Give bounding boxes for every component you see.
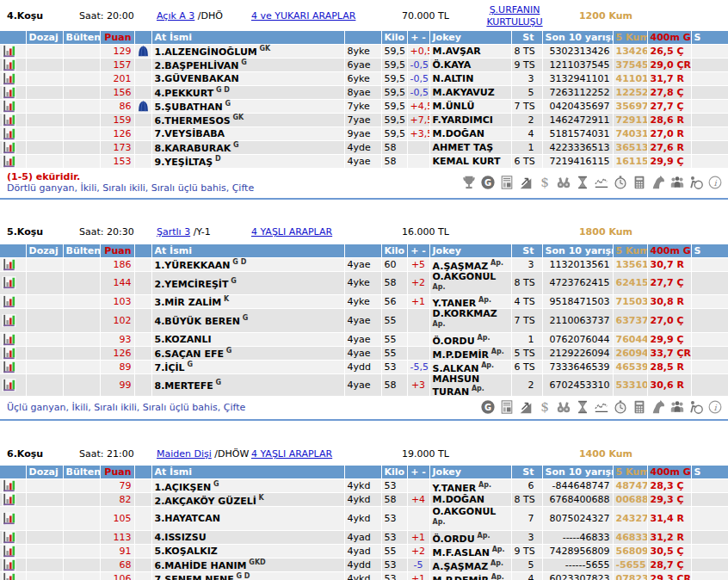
form-graph-icon[interactable]: [2, 141, 16, 154]
chart-icon[interactable]: [594, 175, 609, 190]
jockey-name-text: M.AKYAVUZ: [433, 87, 495, 98]
start-box: 1: [511, 332, 542, 346]
track-condition-link[interactable]: Maiden Dişi: [157, 448, 212, 460]
jockey-apprentice-sup: Ap.: [476, 481, 491, 489]
info-icon[interactable]: [707, 175, 723, 190]
horse-age: 4ydd: [344, 558, 381, 572]
calculator-icon[interactable]: [632, 175, 647, 190]
form-graph-icon[interactable]: [2, 314, 16, 327]
horse-icon[interactable]: [651, 399, 666, 415]
bulten-cell: [63, 332, 100, 346]
form-graph-icon[interactable]: [2, 493, 16, 506]
race-header: 4.KoşuSaat: 20:00Açık A 3 /DHÖ4 ve YUKAR…: [0, 0, 728, 31]
sponsor-link[interactable]: Ş.URFANIN KURTULUŞU: [486, 4, 542, 28]
start-box: 6: [511, 479, 542, 493]
horse-row: 1067.SENEM NENE G D4ykd53+1M.P.DEMİR Ap.…: [0, 572, 728, 580]
crowd-icon[interactable]: [669, 175, 685, 190]
hourglass-icon[interactable]: [575, 399, 590, 415]
footer-text: (1-5) eküridir.Dörtlü ganyan, İkili, Sır…: [7, 171, 254, 194]
form-graph-icon[interactable]: [2, 512, 16, 525]
form-graph-icon[interactable]: [2, 531, 16, 544]
horse-name: 9.YEŞİLTAŞ D: [151, 154, 344, 168]
form-graph-icon[interactable]: [2, 558, 16, 571]
binoculars-icon[interactable]: [556, 399, 571, 415]
track-condition-link[interactable]: Açık A 3: [157, 10, 194, 22]
bulten-cell: [63, 271, 100, 295]
column-header-son10: Son 10 yarışı: [542, 244, 613, 258]
g400-time: 33,7 ÇR: [647, 346, 691, 360]
weight: 58: [381, 271, 407, 295]
ganyan-icon[interactable]: [480, 175, 496, 190]
stopwatch-icon[interactable]: [613, 175, 628, 190]
horse-icon[interactable]: [651, 175, 666, 190]
weight: 59,5: [381, 113, 407, 126]
start-box: 2: [511, 373, 542, 396]
form-graph-icon[interactable]: [2, 479, 16, 492]
bulletin-icon[interactable]: [499, 175, 515, 190]
horse-name-sup: D: [213, 155, 220, 163]
hourglass-icon[interactable]: [575, 175, 590, 190]
kum5-score: 07823: [613, 572, 647, 580]
kum5-score: 36513: [613, 140, 647, 154]
jockey-icon[interactable]: [688, 399, 704, 415]
form-graph-cell: [0, 531, 26, 545]
money-icon[interactable]: [537, 399, 552, 415]
kum5-score: 46833: [613, 531, 647, 545]
form-graph-icon[interactable]: [2, 545, 16, 558]
jockey-name: M.F.ASLAN Ap.: [429, 545, 511, 558]
form-graph-icon[interactable]: [2, 295, 16, 308]
form-graph-cell: [0, 332, 26, 346]
form-graph-icon[interactable]: [2, 72, 16, 85]
race-class-link[interactable]: 4 ve YUKARI ARAPLAR: [251, 10, 385, 22]
form-graph-icon[interactable]: [2, 347, 16, 360]
info-icon[interactable]: [707, 399, 723, 415]
form-graph-icon[interactable]: [2, 127, 16, 140]
stopwatch-icon[interactable]: [613, 399, 628, 415]
track-condition-link[interactable]: Şartlı 3: [157, 226, 190, 238]
jockey-name: M.DOĞAN: [429, 493, 511, 507]
trophy-icon[interactable]: [461, 175, 477, 190]
form-graph-icon[interactable]: [2, 100, 16, 113]
horse-name-sup: G: [223, 100, 231, 108]
agf-icon[interactable]: [518, 175, 534, 190]
horse-name-sup: G: [231, 141, 238, 149]
crowd-icon[interactable]: [669, 399, 685, 415]
ekuri-cell: [134, 154, 151, 168]
form-graph-icon[interactable]: [2, 379, 16, 392]
ganyan-icon[interactable]: [480, 399, 496, 415]
agf-icon[interactable]: [518, 399, 534, 415]
bulletin-icon[interactable]: [499, 399, 515, 415]
puan-value: 106: [100, 572, 134, 580]
sponsor-slot: Ş.URFANIN KURTULUŞU: [466, 4, 563, 28]
jockey-name: N.ALTIN: [429, 71, 511, 85]
chart-icon[interactable]: [594, 399, 609, 415]
binoculars-icon[interactable]: [556, 175, 571, 190]
race-class-link[interactable]: 4 YAŞLI ARAPLAR: [251, 226, 385, 238]
race-prize: 16.000 TL: [385, 226, 466, 238]
money-icon[interactable]: [537, 175, 552, 190]
form-graph-icon[interactable]: [2, 276, 16, 289]
jockey-icon[interactable]: [688, 175, 704, 190]
form-graph-icon[interactable]: [2, 59, 16, 71]
start-box: 7 TS: [511, 309, 542, 333]
ekuri-cell: [134, 507, 151, 531]
bulten-cell: [63, 44, 100, 58]
calculator-icon[interactable]: [632, 399, 647, 415]
form-graph-icon[interactable]: [2, 333, 16, 346]
g400-time: 28,5 R: [647, 360, 691, 373]
puan-value: 156: [100, 85, 134, 99]
form-graph-icon[interactable]: [2, 258, 16, 271]
s-cell: [691, 531, 728, 545]
bulten-cell: [63, 85, 100, 99]
horse-name: 4.PEKKURT G D: [151, 85, 344, 99]
form-graph-icon[interactable]: [2, 114, 16, 126]
bulten-cell: [63, 257, 100, 271]
ekuri-icon: [138, 45, 149, 57]
form-graph-icon[interactable]: [2, 86, 16, 99]
form-graph-icon[interactable]: [2, 155, 16, 168]
form-graph-icon[interactable]: [2, 572, 16, 580]
form-graph-icon[interactable]: [2, 361, 16, 373]
form-graph-icon[interactable]: [2, 45, 16, 58]
race-class-link[interactable]: 4 YAŞLI ARAPLAR: [251, 448, 385, 460]
weight-change: +1: [407, 572, 429, 580]
